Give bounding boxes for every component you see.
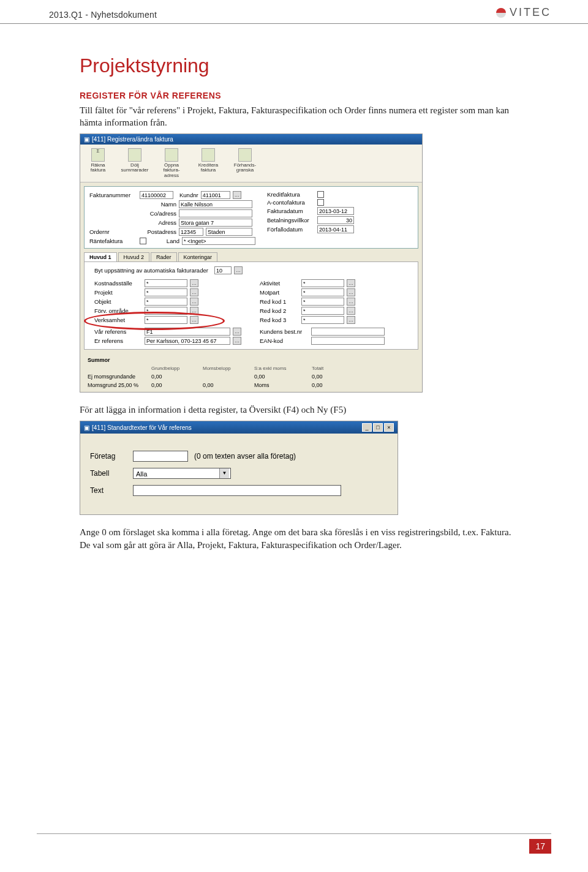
label-foretag: Företag <box>90 452 127 460</box>
window-titlebar: ▣ [411] Registrera/ändra faktura <box>80 134 422 145</box>
er-referens-field[interactable]: Per Karlsson, 070-123 45 67 <box>145 337 230 345</box>
subsection-heading: REGISTER FÖR VÅR REFERENS <box>80 91 521 100</box>
tool-forhandsgranska[interactable]: Förhands-granska <box>232 148 258 178</box>
kundens-bestnr-field[interactable] <box>311 328 385 336</box>
postnr-field[interactable]: 12345 <box>179 228 203 236</box>
lookup-button[interactable]: … <box>234 266 243 274</box>
label-adress: Adress <box>140 219 176 226</box>
window-icon: ▣ <box>84 424 89 431</box>
tabell-select[interactable]: Alla <box>133 468 231 479</box>
kreditfaktura-checkbox[interactable] <box>317 191 324 198</box>
fakturadatum-field[interactable]: 2013-03-12 <box>317 207 354 215</box>
kundnr-field[interactable]: 411001 <box>201 191 230 199</box>
paragraph: Till fältet för "vår referens" i Projekt… <box>80 104 521 129</box>
sigma-icon: Σ <box>91 148 105 162</box>
document-title: 2013.Q1 - Nyhetsdokument <box>49 10 157 20</box>
land-field[interactable]: * <Inget> <box>182 237 255 245</box>
label-ordernr: Ordernr <box>89 228 137 235</box>
col-grundbelopp: Grundbelopp <box>151 366 200 371</box>
lookup-button[interactable]: … <box>233 328 241 336</box>
col-totalt: Totalt <box>312 366 349 371</box>
tab-panel-huvud1: Byt uppsättning av automatiska fakturara… <box>84 261 418 350</box>
minimize-button[interactable]: _ <box>362 423 372 432</box>
lookup-button[interactable]: … <box>233 337 241 345</box>
tool-dolj-summarader[interactable]: Döljsummarader <box>122 148 148 178</box>
lookup-button[interactable]: … <box>190 288 198 296</box>
invoice-header-form: Fakturanummer 41100002 Kundnr 411001 … N… <box>84 186 418 249</box>
footer-rule <box>37 833 551 834</box>
label-aktivitet: Aktivitet <box>260 280 299 287</box>
col-momsbelopp: Momsbelopp <box>203 366 252 371</box>
lookup-button[interactable]: … <box>190 316 198 324</box>
forfallodatum-field[interactable]: 2013-04-11 <box>317 225 354 233</box>
tab-rader[interactable]: Rader <box>151 252 177 261</box>
lookup-button[interactable]: … <box>190 279 198 287</box>
fakturanummer-field[interactable]: 41100002 <box>140 191 173 199</box>
lookup-button[interactable]: … <box>190 298 198 306</box>
tool-kreditera-faktura[interactable]: Krediterafaktura <box>195 148 221 178</box>
betalningsvillkor-field[interactable]: 30 <box>317 216 354 224</box>
label-var-referens: Vår referens <box>94 328 142 335</box>
label-fakturadatum: Fakturadatum <box>267 208 315 214</box>
screenshot-standardtexter-dialog: ▣ [411] Standardtexter för Vår referens … <box>80 421 398 515</box>
label-fakturanummer: Fakturanummer <box>89 192 137 198</box>
label-objekt: Objekt <box>94 298 142 305</box>
close-button[interactable]: × <box>384 423 394 432</box>
acontofaktura-checkbox[interactable] <box>317 199 324 206</box>
lookup-button[interactable]: … <box>347 307 355 315</box>
coadress-field[interactable] <box>179 209 252 217</box>
maximize-button[interactable]: □ <box>373 423 383 432</box>
label-forfallodatum: Förfallodatum <box>267 226 315 233</box>
paragraph: Ange 0 om förslaget ska komma i alla för… <box>80 526 521 551</box>
label-text: Text <box>90 486 127 495</box>
page-header: 2013.Q1 - Nyhetsdokument VITEC <box>0 0 588 24</box>
window-titlebar: ▣ [411] Standardtexter för Vår referens … <box>80 421 398 434</box>
ort-field[interactable]: Staden <box>206 228 252 236</box>
var-referens-field[interactable]: F1 <box>145 328 230 336</box>
summor-title: Summor <box>88 357 416 363</box>
tab-huvud1[interactable]: Huvud 1 <box>84 252 117 261</box>
label-postadress: Postadress <box>140 228 176 235</box>
toolbar: ΣRäknafaktura Döljsummarader Öppnafaktur… <box>80 145 422 182</box>
hint-foretag: (0 om texten avser alla företag) <box>194 452 296 460</box>
logo-icon <box>496 8 506 18</box>
lookup-button[interactable]: … <box>190 307 198 315</box>
label-rantefaktura: Räntefaktura <box>89 238 137 244</box>
lookup-button[interactable]: … <box>347 288 355 296</box>
hide-icon <box>128 148 141 162</box>
screenshot-invoice-form: ▣ [411] Registrera/ändra faktura ΣRäknaf… <box>80 133 423 393</box>
foretag-field[interactable] <box>133 451 188 462</box>
row-ej-momsgrundande: Ej momsgrundande <box>88 374 149 380</box>
tab-konteringar[interactable]: Konteringar <box>178 252 218 261</box>
namn-field[interactable]: Kalle Nilsson <box>179 200 252 208</box>
row-momsgrund: Momsgrund 25,00 % <box>88 382 149 388</box>
label-tabell: Tabell <box>90 469 127 478</box>
lookup-button[interactable]: … <box>347 316 355 324</box>
lookup-button[interactable]: … <box>233 191 241 199</box>
label-coadress: Co/adress <box>140 210 176 217</box>
label-er-referens: Er referens <box>94 337 142 344</box>
label-land: Land <box>161 238 179 244</box>
label-moms: Moms <box>254 382 309 388</box>
adress-field[interactable]: Stora gatan 7 <box>179 219 252 227</box>
byt-uppsattning-field[interactable]: 10 <box>214 266 232 274</box>
paragraph: För att lägga in information i detta reg… <box>80 404 521 416</box>
ean-kod-field[interactable] <box>311 337 385 345</box>
label-ean-kod: EAN-kod <box>260 337 309 344</box>
tab-huvud2[interactable]: Huvud 2 <box>118 252 150 261</box>
window-title: [411] Standardtexter för Vår referens <box>92 424 192 431</box>
logo-text: VITEC <box>510 6 551 19</box>
label-verksamhet: Verksamhet <box>94 317 142 323</box>
rantefaktura-checkbox[interactable] <box>140 238 146 244</box>
text-field[interactable] <box>133 485 341 496</box>
tool-oppna-fakturaadress[interactable]: Öppnafaktura-adress <box>159 148 184 178</box>
label-motpart: Motpart <box>260 289 299 296</box>
tool-rakna-faktura[interactable]: ΣRäknafaktura <box>85 148 111 178</box>
lookup-button[interactable]: … <box>347 298 355 306</box>
brand-logo: VITEC <box>496 6 551 19</box>
col-sa-exkl-moms: S:a exkl moms <box>254 366 309 371</box>
lookup-button[interactable]: … <box>347 279 355 287</box>
window-icon: ▣ <box>84 136 89 143</box>
section-heading: Projektstyrning <box>80 55 521 77</box>
label-projekt: Projekt <box>94 289 142 296</box>
